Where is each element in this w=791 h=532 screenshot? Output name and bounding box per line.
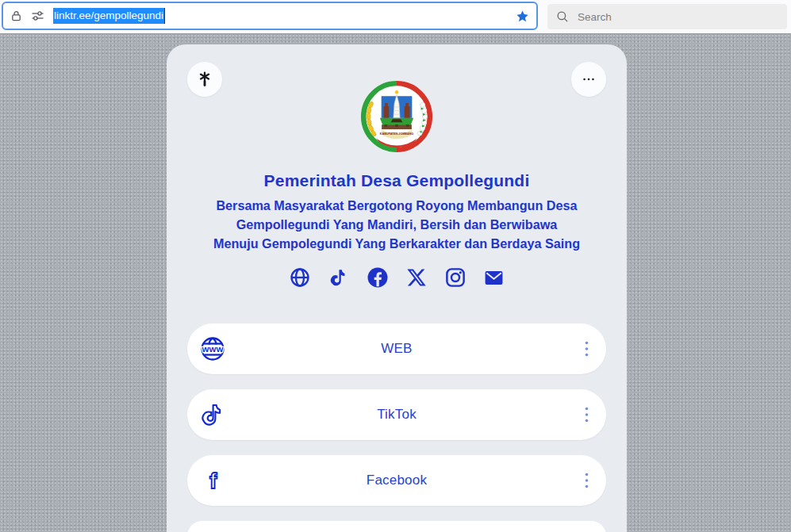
x-icon xyxy=(406,267,427,288)
profile-card: KABUPATEN JOMBANG Pemerintah Desa xyxy=(167,44,627,532)
url-bar[interactable]: linktr.ee/gempollegundi xyxy=(2,2,538,30)
social-icons-row xyxy=(167,266,627,289)
svg-text:f: f xyxy=(209,469,217,493)
globe-icon xyxy=(289,266,311,289)
social-facebook-link[interactable] xyxy=(366,266,390,289)
bio-line: Gempollegundi Yang Mandiri, Bersih dan B… xyxy=(206,215,587,234)
link-facebook[interactable]: f Facebook xyxy=(187,455,606,506)
mail-icon xyxy=(483,267,505,289)
links-list: WWW WEB TikTok xyxy=(167,323,627,532)
url-text: linktr.ee/gempollegundi xyxy=(53,8,165,24)
social-email-link[interactable] xyxy=(482,266,506,289)
emblem-text: KABUPATEN JOMBANG xyxy=(380,132,413,136)
lock-icon[interactable] xyxy=(10,10,22,22)
link-label: Facebook xyxy=(367,473,427,488)
bookmark-star-icon[interactable] xyxy=(516,10,529,23)
permissions-icon[interactable] xyxy=(31,10,44,22)
browser-toolbar: linktr.ee/gempollegundi xyxy=(0,0,791,34)
search-icon xyxy=(556,10,569,23)
social-website-link[interactable] xyxy=(288,266,312,289)
social-x-link[interactable] xyxy=(405,266,428,289)
ellipsis-vertical-icon xyxy=(585,407,589,423)
browser-search[interactable] xyxy=(547,4,787,29)
facebook-outline-icon: f xyxy=(198,465,228,496)
profile-avatar: KABUPATEN JOMBANG xyxy=(360,80,433,153)
linktree-asterisk-icon xyxy=(196,71,213,88)
facebook-icon xyxy=(366,266,390,289)
link-menu-button[interactable] xyxy=(581,404,592,425)
ellipsis-vertical-icon xyxy=(585,473,589,488)
profile-title: Pemerintah Desa Gempollegundi xyxy=(176,171,617,190)
social-tiktok-link[interactable] xyxy=(327,266,351,289)
tiktok-icon xyxy=(328,267,349,288)
ellipsis-icon xyxy=(581,71,597,87)
page-background: KABUPATEN JOMBANG Pemerintah Desa xyxy=(0,34,791,532)
link-tiktok[interactable]: TikTok xyxy=(187,389,606,440)
bio-line: Menuju Gempolegundi Yang Berkarakter dan… xyxy=(206,234,587,253)
linktree-logo-button[interactable] xyxy=(187,62,222,97)
profile-bio: Bersama Masyarakat Bergotong Royong Memb… xyxy=(206,196,587,253)
link-menu-button[interactable] xyxy=(581,339,592,359)
ellipsis-vertical-icon xyxy=(585,341,589,357)
link-partial[interactable] xyxy=(187,521,606,532)
www-globe-icon: WWW xyxy=(198,334,228,364)
more-options-button[interactable] xyxy=(571,62,606,97)
social-instagram-link[interactable] xyxy=(443,266,467,289)
link-web[interactable]: WWW WEB xyxy=(187,323,606,374)
link-label: WEB xyxy=(381,341,412,357)
www-icon-text: WWW xyxy=(202,345,224,354)
instagram-icon xyxy=(444,266,467,289)
link-menu-button[interactable] xyxy=(581,470,592,491)
tiktok-outline-icon xyxy=(198,400,228,430)
bio-line: Bersama Masyarakat Bergotong Royong Memb… xyxy=(206,196,587,215)
search-input[interactable] xyxy=(576,10,778,24)
link-label: TikTok xyxy=(377,407,417,423)
